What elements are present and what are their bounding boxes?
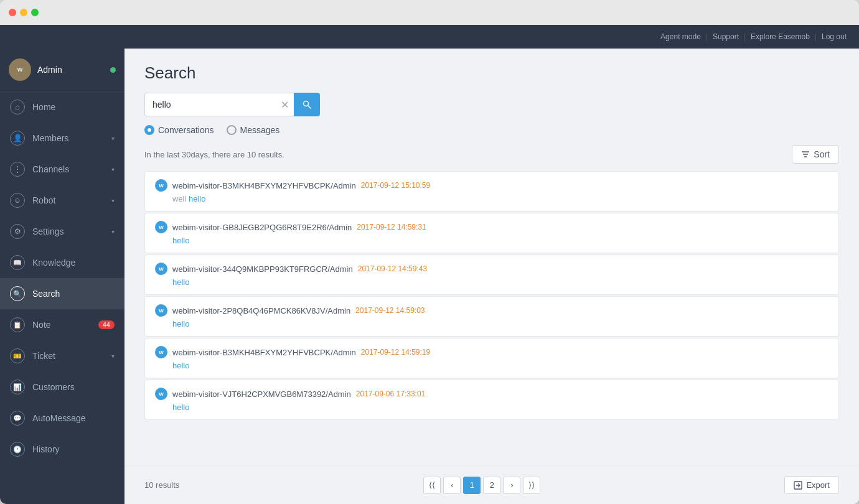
chevron-down-icon: ▾: [111, 197, 115, 204]
search-bar: ✕: [144, 93, 839, 116]
table-row[interactable]: W webim-visitor-2P8QB4Q46PMCK86KV8JV/Adm…: [144, 296, 839, 337]
result-meta: W webim-visitor-GB8JEGB2PQG6R8T9E2R6/Adm…: [155, 221, 828, 233]
sidebar-item-label: Home: [32, 102, 115, 112]
sidebar-item-automessage[interactable]: 💬 AutoMessage: [0, 403, 124, 434]
result-meta: W webim-visitor-B3MKH4BFXYM2YHFVBCPK/Adm…: [155, 346, 828, 358]
visitor-name: webim-visitor-VJT6H2CPXMVGB6M73392/Admin: [172, 390, 351, 399]
titlebar: [0, 0, 859, 25]
visitor-avatar: W: [155, 179, 167, 192]
next-page-button[interactable]: ›: [503, 477, 520, 494]
result-time: 2017-09-06 17:33:01: [356, 390, 425, 398]
page-1-button[interactable]: 1: [463, 477, 481, 494]
main-content: Search ✕: [124, 49, 859, 504]
result-message: hello: [155, 236, 828, 245]
sidebar-item-history[interactable]: 🕐 History: [0, 434, 124, 465]
history-icon: 🕐: [10, 442, 25, 457]
sidebar: W Admin ⌂ Home 👤 Members ▾: [0, 49, 124, 504]
maximize-button[interactable]: [31, 9, 39, 16]
magnify-icon: [302, 100, 312, 110]
chevron-down-icon: ▾: [111, 353, 115, 360]
profile-name: Admin: [37, 65, 104, 75]
sidebar-item-search[interactable]: 🔍 Search: [0, 278, 124, 309]
customers-icon: 📊: [10, 380, 25, 394]
table-row[interactable]: W webim-visitor-344Q9MKBPP93KT9FRGCR/Adm…: [144, 254, 839, 295]
home-icon: ⌂: [10, 100, 25, 114]
result-time: 2017-09-12 14:59:43: [358, 264, 427, 273]
tab-messages[interactable]: Messages: [227, 125, 280, 135]
minimize-button[interactable]: [20, 9, 27, 16]
sidebar-item-home[interactable]: ⌂ Home: [0, 91, 124, 123]
sidebar-item-settings[interactable]: ⚙ Settings ▾: [0, 216, 124, 247]
messages-radio: [227, 125, 237, 135]
close-button[interactable]: [9, 9, 16, 16]
result-meta: W webim-visitor-VJT6H2CPXMVGB6M73392/Adm…: [155, 388, 828, 400]
ticket-icon: 🎫: [10, 348, 25, 363]
results-area: In the last 30days, there are 10 results…: [124, 145, 859, 465]
visitor-name: webim-visitor-B3MKH4BFXYM2YHFVBCPK/Admin: [172, 181, 356, 190]
members-icon: 👤: [10, 131, 25, 146]
svg-point-0: [304, 101, 309, 106]
sidebar-item-knowledge[interactable]: 📖 Knowledge: [0, 247, 124, 278]
result-time: 2017-09-12 14:59:31: [357, 223, 426, 231]
page-2-button[interactable]: 2: [483, 477, 500, 494]
support-link[interactable]: Support: [713, 32, 739, 41]
explore-link[interactable]: Explore Easemob: [751, 32, 810, 41]
table-row[interactable]: W webim-visitor-VJT6H2CPXMVGB6M73392/Adm…: [144, 380, 839, 420]
sidebar-item-label: Note: [32, 320, 91, 330]
logout-link[interactable]: Log out: [822, 32, 847, 41]
table-row[interactable]: W webim-visitor-B3MKH4BFXYM2YHFVBCPK/Adm…: [144, 338, 839, 378]
visitor-avatar: W: [155, 346, 167, 358]
result-message: hello: [155, 278, 828, 287]
result-meta: W webim-visitor-344Q9MKBPP93KT9FRGCR/Adm…: [155, 263, 828, 275]
sidebar-item-label: Customers: [32, 382, 115, 392]
knowledge-icon: 📖: [10, 255, 25, 270]
sidebar-navigation: ⌂ Home 👤 Members ▾ ⋮ Channels ▾ ☺: [0, 91, 124, 504]
agent-mode-link[interactable]: Agent mode: [660, 32, 701, 41]
highlight-text: hello: [172, 236, 189, 245]
visitor-avatar: W: [155, 221, 167, 233]
search-button[interactable]: [294, 93, 320, 116]
table-row[interactable]: W webim-visitor-GB8JEGB2PQG6R8T9E2R6/Adm…: [144, 213, 839, 253]
result-message: well hello: [155, 194, 828, 203]
sidebar-item-note[interactable]: 📋 Note 44: [0, 309, 124, 340]
sidebar-item-label: Knowledge: [32, 258, 115, 268]
pagination-total: 10 results: [144, 480, 179, 490]
user-profile: W Admin: [0, 49, 124, 91]
results-list: W webim-visitor-B3MKH4BFXYM2YHFVBCPK/Adm…: [144, 171, 839, 420]
sidebar-item-members[interactable]: 👤 Members ▾: [0, 123, 124, 154]
results-count: In the last 30days, there are 10 results…: [144, 150, 284, 159]
sidebar-item-ticket[interactable]: 🎫 Ticket ▾: [0, 340, 124, 371]
highlight-text: hello: [189, 194, 205, 203]
visitor-name: webim-visitor-344Q9MKBPP93KT9FRGCR/Admin: [172, 264, 353, 274]
visitor-avatar: W: [155, 304, 167, 317]
sidebar-item-label: History: [32, 444, 115, 454]
search-input[interactable]: [144, 93, 294, 116]
sidebar-item-channels[interactable]: ⋮ Channels ▾: [0, 154, 124, 185]
highlight-text: hello: [172, 278, 189, 287]
last-page-button[interactable]: ⟩⟩: [523, 477, 540, 494]
automessage-icon: 💬: [10, 411, 25, 426]
visitor-avatar: W: [155, 388, 167, 400]
result-time: 2017-09-12 14:59:19: [361, 348, 430, 357]
avatar: W: [9, 58, 31, 81]
visitor-name: webim-visitor-2P8QB4Q46PMCK86KV8JV/Admin: [172, 306, 350, 315]
export-label: Export: [806, 480, 830, 490]
note-badge: 44: [98, 320, 115, 329]
sidebar-item-customers[interactable]: 📊 Customers: [0, 371, 124, 403]
filter-tabs: Conversations Messages: [144, 125, 839, 135]
result-time: 2017-09-12 15:10:59: [361, 181, 430, 190]
clear-search-icon[interactable]: ✕: [281, 99, 289, 111]
export-button[interactable]: Export: [784, 476, 839, 494]
pagination-controls: ⟨⟨ ‹ 1 2 › ⟩⟩: [423, 477, 540, 494]
prev-page-button[interactable]: ‹: [443, 477, 461, 494]
channels-icon: ⋮: [10, 162, 25, 177]
conversations-radio: [144, 125, 154, 135]
first-page-button[interactable]: ⟨⟨: [423, 477, 441, 494]
highlight-text: hello: [172, 361, 189, 370]
sort-button[interactable]: Sort: [792, 145, 839, 164]
sidebar-item-robot[interactable]: ☺ Robot ▾: [0, 185, 124, 216]
sidebar-item-label: AutoMessage: [32, 413, 115, 423]
table-row[interactable]: W webim-visitor-B3MKH4BFXYM2YHFVBCPK/Adm…: [144, 171, 839, 212]
tab-conversations-label: Conversations: [158, 125, 214, 135]
tab-conversations[interactable]: Conversations: [144, 125, 214, 135]
